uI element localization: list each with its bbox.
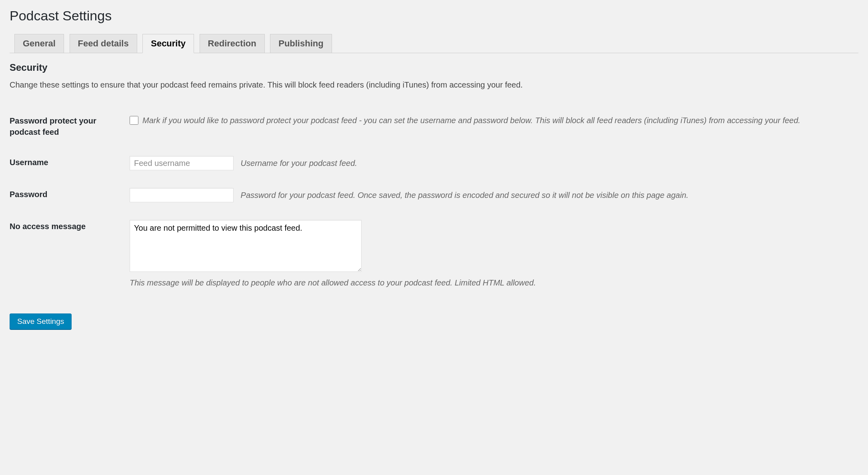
tab-feed-details[interactable]: Feed details — [70, 34, 137, 53]
label-username: Username — [10, 147, 130, 179]
section-title: Security — [10, 62, 858, 73]
settings-form-table: Password protect your podcast feed Mark … — [10, 106, 858, 297]
textarea-no-access-message[interactable] — [130, 220, 362, 272]
tab-security[interactable]: Security — [142, 34, 194, 53]
tab-nav: General Feed details Security Redirectio… — [10, 34, 858, 53]
tab-publishing[interactable]: Publishing — [270, 34, 332, 53]
checkbox-password-protect[interactable] — [130, 116, 138, 125]
input-password[interactable] — [130, 188, 234, 202]
help-password-protect: Mark if you would like to password prote… — [142, 114, 858, 126]
submit-row: Save Settings — [10, 313, 858, 329]
save-settings-button[interactable]: Save Settings — [10, 313, 72, 329]
section-description: Change these settings to ensure that you… — [10, 80, 858, 90]
row-username: Username Username for your podcast feed. — [10, 147, 858, 179]
tab-redirection[interactable]: Redirection — [200, 34, 265, 53]
row-password: Password Password for your podcast feed.… — [10, 179, 858, 211]
input-username[interactable] — [130, 156, 234, 170]
label-password-protect: Password protect your podcast feed — [10, 106, 130, 147]
tab-general[interactable]: General — [14, 34, 64, 53]
label-password: Password — [10, 179, 130, 211]
help-username: Username for your podcast feed. — [241, 159, 357, 168]
row-no-access-message: No access message This message will be d… — [10, 211, 858, 297]
help-password: Password for your podcast feed. Once sav… — [241, 191, 689, 200]
row-password-protect: Password protect your podcast feed Mark … — [10, 106, 858, 147]
help-no-access-message: This message will be displayed to people… — [130, 278, 536, 287]
page-title: Podcast Settings — [10, 8, 858, 24]
label-no-access-message: No access message — [10, 211, 130, 297]
